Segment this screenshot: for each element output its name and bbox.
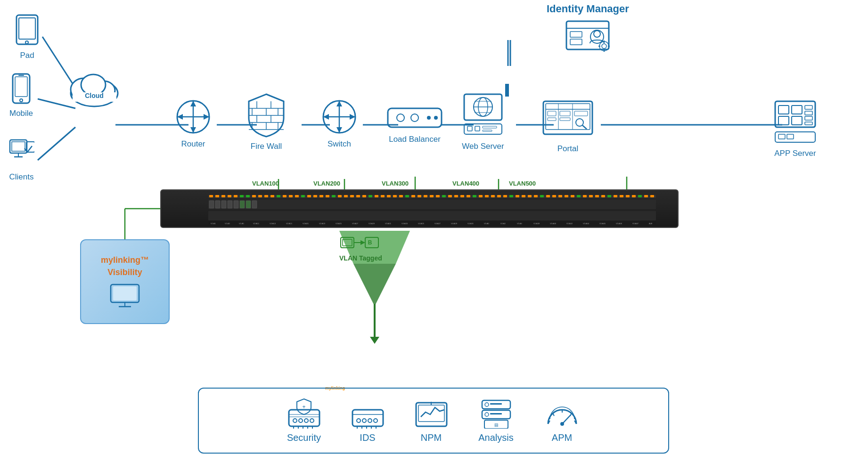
svg-rect-202: [228, 201, 232, 208]
svg-rect-127: [221, 195, 225, 197]
node-router: Router: [174, 99, 212, 149]
svg-marker-68: [336, 101, 342, 106]
svg-text:V5 A4: V5 A4: [517, 222, 522, 225]
apm-label: APM: [552, 432, 572, 443]
svg-rect-205: [246, 201, 251, 208]
svg-rect-125: [209, 195, 213, 197]
svg-rect-142: [313, 195, 317, 197]
svg-rect-34: [12, 142, 25, 151]
svg-rect-135: [270, 195, 274, 197]
router-label: Router: [181, 139, 205, 149]
svg-marker-47: [190, 101, 196, 106]
svg-text:V2 A13: V2 A13: [270, 222, 276, 225]
svg-rect-103: [792, 106, 802, 114]
svg-rect-187: [589, 195, 593, 197]
switch-device: mylinking: [160, 189, 679, 228]
node-cloud: Cloud: [66, 71, 123, 108]
security-icon: +: [287, 398, 322, 429]
svg-rect-97: [560, 118, 570, 121]
svg-rect-110: [778, 134, 785, 139]
appserver-icon: [773, 99, 818, 146]
npm-label: NPM: [421, 432, 442, 443]
node-firewall: Fire Wall: [245, 92, 287, 151]
svg-rect-196: [644, 195, 648, 197]
svg-rect-107: [805, 111, 812, 115]
svg-rect-149: [356, 195, 360, 197]
svg-text:V5 A2: V5 A2: [500, 222, 506, 225]
appserver-label: APP Server: [774, 149, 816, 158]
node-webserver: Web Server: [462, 92, 504, 151]
svg-rect-126: [215, 195, 219, 197]
svg-rect-194: [632, 195, 636, 197]
svg-rect-206: [252, 201, 257, 208]
webserver-label: Web Server: [462, 142, 504, 151]
svg-rect-197: [650, 195, 654, 197]
svg-text:V1 A5: V1 A5: [239, 222, 244, 225]
npm-icon: [414, 398, 449, 429]
svg-text:V5 A45: V5 A45: [599, 222, 606, 225]
svg-line-282: [553, 413, 554, 416]
vlan-tagged-icon: B: [339, 234, 382, 252]
firewall-label: Fire Wall: [251, 142, 282, 151]
diagram-container: Pad Mobile Clients: [0, 0, 868, 463]
svg-rect-203: [234, 201, 238, 208]
svg-text:V2 A21: V2 A21: [303, 222, 309, 225]
svg-point-31: [20, 99, 23, 102]
node-appserver: APP Server: [773, 99, 818, 158]
switch-label: Switch: [328, 139, 351, 149]
svg-text:V2 A11: V2 A11: [253, 222, 260, 225]
svg-rect-109: [805, 122, 812, 125]
svg-marker-70: [323, 114, 329, 120]
svg-rect-129: [234, 195, 237, 197]
tool-ids: IDS: [350, 398, 385, 443]
svg-rect-200: [215, 201, 220, 208]
svg-marker-49: [177, 114, 183, 120]
svg-rect-157: [405, 195, 409, 197]
svg-rect-150: [362, 195, 366, 197]
svg-rect-171: [491, 195, 495, 197]
node-clients: Clients: [8, 139, 34, 182]
svg-rect-278: [490, 413, 502, 414]
vlan-tagged-label: VLAN Tagged: [339, 254, 382, 262]
vlan500-label: VLAN500: [509, 180, 536, 187]
svg-rect-151: [368, 195, 372, 197]
svg-point-75: [427, 116, 431, 120]
svg-rect-159: [418, 195, 421, 197]
svg-rect-139: [295, 195, 299, 197]
svg-rect-175: [516, 195, 519, 197]
svg-rect-170: [485, 195, 489, 197]
svg-marker-69: [336, 127, 342, 133]
svg-rect-148: [350, 195, 354, 197]
svg-rect-146: [338, 195, 342, 197]
svg-point-250: [299, 419, 303, 422]
monitor-icon: [108, 283, 141, 309]
tool-security: + Security: [287, 398, 322, 443]
svg-rect-176: [522, 195, 525, 197]
security-label: Security: [287, 432, 321, 443]
svg-rect-143: [319, 195, 323, 197]
node-switch: Switch: [320, 99, 358, 149]
loadbalancer-label: Load Balancer: [389, 135, 441, 144]
svg-rect-136: [277, 195, 280, 197]
svg-text:▤: ▤: [494, 422, 498, 427]
svg-point-73: [397, 114, 404, 122]
svg-rect-168: [473, 195, 476, 197]
svg-rect-204: [240, 201, 245, 208]
svg-rect-199: [209, 201, 214, 208]
svg-rect-247: [289, 410, 319, 426]
svg-point-119: [602, 44, 606, 49]
svg-rect-193: [626, 195, 630, 197]
svg-rect-101: [775, 132, 815, 142]
svg-rect-128: [228, 195, 231, 197]
svg-rect-108: [805, 116, 812, 120]
svg-rect-153: [381, 195, 385, 197]
pad-label: Pad: [20, 51, 34, 60]
svg-marker-71: [350, 114, 355, 120]
svg-rect-183: [565, 195, 568, 197]
node-loadbalancer: Load Balancer: [386, 104, 443, 144]
svg-point-249: [293, 419, 297, 422]
svg-rect-144: [326, 195, 329, 197]
cloud-icon: Cloud: [66, 71, 123, 108]
analysis-label: Analysis: [478, 432, 513, 443]
svg-text:Cloud: Cloud: [85, 92, 104, 99]
